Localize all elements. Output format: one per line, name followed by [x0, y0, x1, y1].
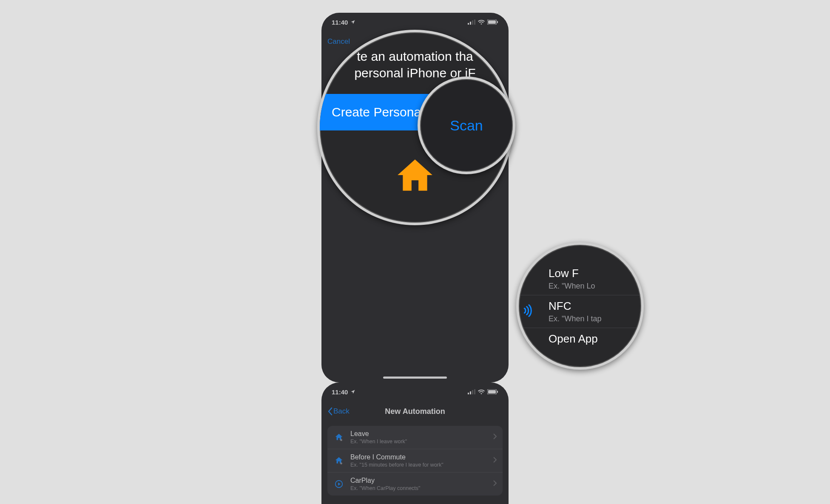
chevron-right-icon [493, 480, 497, 488]
mag-row-next: Open App [519, 328, 641, 350]
nav-title: New Automation [385, 407, 445, 416]
status-bar: 11:40 [321, 13, 509, 31]
mag-row-prev: Low F Ex. "When Lo [519, 263, 641, 295]
svg-rect-1 [470, 22, 471, 25]
battery-icon [487, 389, 498, 394]
signal-icon [468, 20, 475, 25]
carplay-icon [333, 479, 344, 489]
signal-icon [468, 389, 475, 394]
phone-screen-2: 11:40 Back New Automation [321, 382, 509, 504]
svg-rect-7 [468, 393, 469, 394]
trigger-row-leave[interactable]: Leave Ex. "When I leave work" [327, 426, 503, 449]
content-area[interactable]: Leave Ex. "When I leave work" Before I C… [321, 422, 509, 504]
battery-icon [487, 20, 498, 25]
nav-bar: Back New Automation [321, 401, 509, 422]
triggers-group-travel: Leave Ex. "When I leave work" Before I C… [327, 426, 503, 496]
svg-rect-6 [497, 21, 498, 23]
svg-rect-13 [497, 391, 498, 393]
back-button[interactable]: Back [327, 407, 350, 416]
row-label: Leave [350, 430, 487, 438]
mag-row-nfc[interactable]: NFC Ex. "When I tap [519, 295, 641, 328]
chevron-right-icon [493, 457, 497, 464]
svg-rect-12 [488, 390, 496, 394]
status-time: 11:40 [332, 19, 348, 26]
wifi-icon [478, 20, 485, 25]
status-bar: 11:40 [321, 382, 509, 401]
wifi-icon [478, 389, 485, 394]
svg-point-14 [340, 439, 342, 441]
svg-rect-5 [488, 20, 496, 24]
row-subtitle: Ex. "When CarPlay connects" [350, 485, 487, 491]
cancel-button[interactable]: Cancel [327, 37, 350, 46]
row-label: CarPlay [350, 477, 487, 484]
svg-rect-3 [474, 20, 475, 25]
row-label: Before I Commute [350, 453, 487, 461]
house-commute-icon [333, 456, 344, 465]
trigger-row-before-commute[interactable]: Before I Commute Ex. "15 minutes before … [327, 449, 503, 473]
magnifier-nfc-row: Low F Ex. "When Lo NFC Ex. "When I tap O… [516, 242, 644, 370]
row-subtitle: Ex. "15 minutes before I leave for work" [350, 462, 487, 468]
chevron-right-icon [493, 433, 497, 441]
svg-rect-0 [468, 23, 469, 25]
svg-rect-9 [472, 390, 473, 394]
trigger-row-carplay[interactable]: CarPlay Ex. "When CarPlay connects" [327, 473, 503, 496]
home-indicator[interactable] [383, 377, 447, 379]
status-time: 11:40 [332, 388, 348, 396]
svg-rect-2 [472, 20, 473, 25]
magnifier-scan: Scan [418, 76, 515, 174]
location-icon [350, 388, 355, 396]
svg-point-15 [340, 462, 342, 464]
svg-rect-8 [470, 391, 471, 394]
scan-button[interactable]: Scan [420, 117, 513, 134]
svg-rect-10 [474, 389, 475, 394]
house-leave-icon [333, 433, 344, 442]
row-subtitle: Ex. "When I leave work" [350, 439, 487, 445]
location-icon [350, 19, 355, 26]
nfc-icon [522, 304, 536, 319]
